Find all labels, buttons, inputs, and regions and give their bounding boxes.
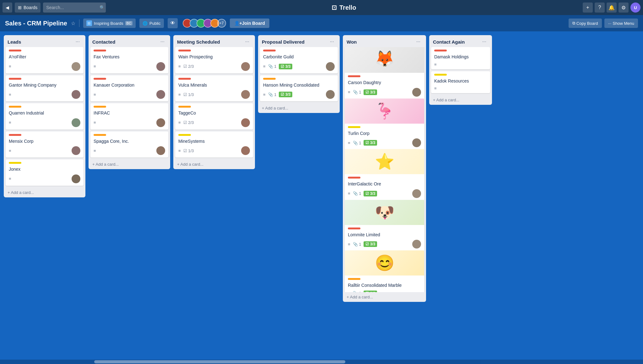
card-avatar bbox=[72, 90, 80, 99]
card-footer: ≡ bbox=[94, 146, 165, 155]
card-footer: ≡ bbox=[434, 62, 487, 67]
card-intergalactic[interactable]: ⭐ InterGalactic Ore ≡ 📎 1 ☑ 3/3 bbox=[345, 149, 424, 201]
card-infrac[interactable]: INFRAC ≡ bbox=[90, 103, 168, 130]
description-icon: ≡ bbox=[94, 64, 96, 69]
card-carbonite[interactable]: Carbonite Guild ≡ 📎 1 ☑ 3/3 bbox=[260, 47, 338, 73]
card-kadok[interactable]: Kadok Resources ≡ bbox=[431, 71, 490, 94]
show-menu-button[interactable]: ··· Show Menu bbox=[604, 19, 638, 28]
card-meta: ≡ bbox=[434, 86, 437, 91]
workspace-button[interactable]: ⊟ Inspiring Boards BC bbox=[83, 19, 136, 28]
add-card-proposal[interactable]: + Add a card... bbox=[258, 103, 340, 113]
separator bbox=[79, 19, 79, 27]
bell-icon: 🔔 bbox=[608, 5, 615, 11]
card-avatar bbox=[241, 90, 250, 99]
horizontal-scrollbar[interactable] bbox=[0, 360, 643, 364]
card-damask[interactable]: Damask Holdings ≡ bbox=[431, 47, 490, 69]
watch-button[interactable]: 👁 bbox=[168, 18, 178, 28]
list-menu-btn-proposal[interactable]: ··· bbox=[328, 38, 336, 45]
card-title: Jonex bbox=[9, 166, 80, 173]
card-title: Quarren Industrial bbox=[9, 110, 80, 116]
card-footer: ≡ 📎 1 ☑ 3/3 bbox=[348, 291, 421, 292]
card-spagga[interactable]: Spagga Core, Inc. ≡ bbox=[90, 131, 168, 158]
card-wain[interactable]: Wain Prospecting ≡ ☑ 2/3 bbox=[175, 47, 253, 73]
board-header: Sales - CRM Pipeline ☆ ⊟ Inspiring Board… bbox=[0, 15, 643, 31]
add-card-contact-again[interactable]: + Add a card... bbox=[429, 95, 492, 105]
card-title: Damask Holdings bbox=[434, 54, 487, 60]
board-header-right: ⧉ Copy Board ··· Show Menu bbox=[569, 19, 638, 28]
card-turlin[interactable]: 🦩 Turlin Corp ≡ 📎 1 ☑ 3/3 bbox=[345, 99, 424, 150]
card-meta: ≡ bbox=[434, 62, 437, 67]
list-title-meeting: Meeting Scheduled bbox=[177, 39, 243, 45]
list-contacted: Contacted ··· Fax Ventures ≡ Kanauer Cor… bbox=[89, 35, 170, 169]
card-gantor[interactable]: Gantor Mining Company ≡ bbox=[6, 75, 84, 102]
boards-button[interactable]: ⊞ Boards bbox=[15, 3, 41, 13]
card-hanson[interactable]: Hanson Mining Consolidated ≡ 📎 1 ☑ 3/3 bbox=[260, 75, 338, 102]
card-lommite[interactable]: 🐶 Lommite Limited ≡ 📎 1 ☑ 3/3 bbox=[345, 200, 424, 251]
info-icon: ? bbox=[598, 5, 601, 10]
list-menu-btn-contact-again[interactable]: ··· bbox=[480, 38, 488, 45]
card-label-yellow bbox=[9, 162, 21, 164]
card-avatar bbox=[241, 62, 250, 71]
card-avatar bbox=[72, 118, 80, 127]
card-label-orange bbox=[178, 106, 191, 108]
card-jonex[interactable]: Jonex ≡ bbox=[6, 159, 84, 186]
list-header-leads: Leads ··· bbox=[4, 35, 85, 47]
description-icon: ≡ bbox=[348, 291, 350, 292]
card-avatar bbox=[156, 118, 165, 127]
attachment-icon: 📎 1 bbox=[268, 92, 277, 97]
card-title: A'roFilter bbox=[9, 54, 80, 60]
star-button[interactable]: ☆ bbox=[71, 20, 75, 26]
list-header-contacted: Contacted ··· bbox=[89, 35, 170, 47]
card-minesystems[interactable]: MineSystems ≡ ☑ 1/3 bbox=[175, 131, 253, 158]
description-icon: ≡ bbox=[434, 62, 437, 67]
board-title[interactable]: Sales - CRM Pipeline bbox=[5, 20, 67, 27]
card-meta: ≡ 📎 1 ☑ 3/3 bbox=[348, 241, 377, 247]
list-menu-btn-leads[interactable]: ··· bbox=[74, 38, 82, 45]
notifications-button[interactable]: 🔔 bbox=[607, 3, 617, 13]
card-arofilter[interactable]: A'roFilter ≡ bbox=[6, 47, 84, 73]
card-footer: ≡ 📎 1 ☑ 3/3 bbox=[348, 240, 421, 249]
info-button[interactable]: ? bbox=[595, 3, 605, 13]
card-label-orange bbox=[263, 78, 276, 80]
add-card-leads[interactable]: + Add a card... bbox=[4, 188, 85, 197]
card-ralltiir[interactable]: 😊 Ralltiir Consolidated Marble ≡ 📎 1 ☑ 3… bbox=[345, 250, 424, 292]
card-fax[interactable]: Fax Ventures ≡ bbox=[90, 47, 168, 73]
card-title: Kanauer Corporation bbox=[94, 82, 165, 88]
copy-board-button[interactable]: ⧉ Copy Board bbox=[569, 19, 602, 28]
workspace-icon: ⊟ bbox=[86, 20, 92, 26]
card-vulca[interactable]: Vulca Minerals ≡ ☑ 1/3 bbox=[175, 75, 253, 102]
description-icon: ≡ bbox=[9, 148, 11, 153]
list-header-contact-again: Contact Again ··· bbox=[429, 35, 492, 47]
user-avatar[interactable]: U bbox=[630, 3, 640, 13]
card-kanauer[interactable]: Kanauer Corporation ≡ bbox=[90, 75, 168, 102]
list-menu-btn-contacted[interactable]: ··· bbox=[159, 38, 166, 45]
card-meta: ≡ bbox=[9, 148, 11, 153]
add-card-meeting[interactable]: + Add a card... bbox=[173, 159, 255, 169]
card-label-red bbox=[263, 50, 276, 51]
card-title: Kadok Resources bbox=[434, 78, 487, 84]
join-board-button[interactable]: 👤+ Join Board bbox=[230, 19, 269, 28]
leads-cards: A'roFilter ≡ Gantor Mining Company ≡ bbox=[4, 47, 85, 188]
add-card-contacted[interactable]: + Add a card... bbox=[89, 159, 170, 169]
card-avatar bbox=[326, 90, 335, 99]
card-meta: ≡ ☑ 2/3 bbox=[178, 64, 194, 69]
card-carson[interactable]: 🦊 Carson Daughtry ≡ 📎 1 ☑ 3/3 bbox=[345, 47, 424, 99]
list-menu-btn-won[interactable]: ··· bbox=[414, 38, 422, 45]
card-label-red bbox=[9, 134, 21, 136]
add-button[interactable]: + bbox=[583, 3, 593, 13]
card-avatar bbox=[412, 240, 421, 249]
member-count[interactable]: +7 bbox=[217, 19, 226, 28]
visibility-button[interactable]: 🌐 Public bbox=[139, 19, 164, 28]
card-quarren[interactable]: Quarren Industrial ≡ bbox=[6, 103, 84, 130]
back-button[interactable]: ◀ bbox=[3, 3, 12, 13]
card-mensix[interactable]: Mensix Corp ≡ bbox=[6, 131, 84, 158]
card-image: ⭐ bbox=[345, 149, 424, 174]
list-menu-btn-meeting[interactable]: ··· bbox=[243, 38, 251, 45]
card-footer: ≡ bbox=[9, 90, 80, 99]
search-input[interactable] bbox=[43, 3, 106, 13]
add-card-won[interactable]: + Add a card... bbox=[343, 292, 426, 302]
card-taggeco[interactable]: TaggeCo ≡ ☑ 2/3 bbox=[175, 103, 253, 130]
settings-button[interactable]: ⚙ bbox=[619, 3, 629, 13]
scrollbar-thumb[interactable] bbox=[94, 360, 345, 363]
menu-dots-icon: ··· bbox=[608, 21, 612, 26]
